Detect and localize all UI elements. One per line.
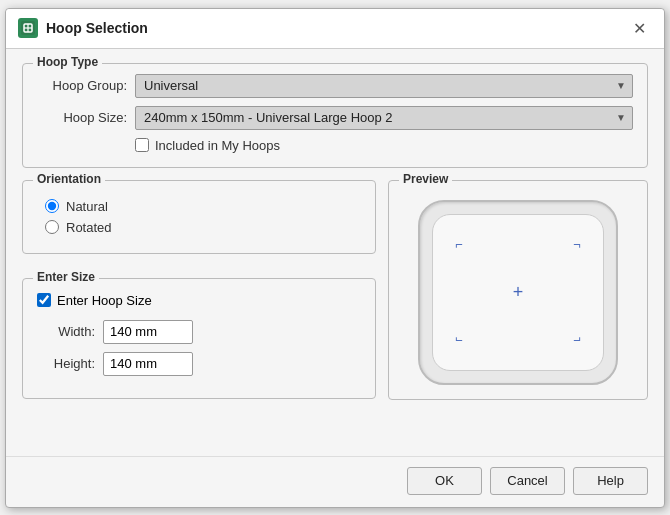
preview-box: Preview ⌐ ⌐ ⌐ ⌐ + [388, 180, 648, 400]
corner-br: ⌐ [569, 336, 581, 348]
content-row: Orientation Natural Rotated En [22, 180, 648, 400]
hoop-selection-dialog: Hoop Selection ✕ Hoop Type Hoop Group: U… [5, 8, 665, 508]
width-label: Width: [37, 324, 95, 339]
left-column: Orientation Natural Rotated En [22, 180, 376, 400]
title-bar: Hoop Selection ✕ [6, 9, 664, 49]
dialog-footer: OK Cancel Help [6, 456, 664, 507]
title-bar-left: Hoop Selection [18, 18, 148, 38]
preview-title: Preview [399, 172, 452, 186]
orientation-group: Orientation Natural Rotated [22, 180, 376, 254]
enter-size-title: Enter Size [33, 270, 99, 284]
included-checkbox[interactable] [135, 138, 149, 152]
height-row: Height: [37, 352, 361, 376]
height-input[interactable] [103, 352, 193, 376]
dialog-icon [18, 18, 38, 38]
hoop-size-row: Hoop Size: 240mm x 150mm - Universal Lar… [37, 106, 633, 130]
hoop-type-group: Hoop Type Hoop Group: Universal ▼ Hoop S… [22, 63, 648, 168]
corner-bl: ⌐ [455, 336, 467, 348]
hoop-center: + [513, 282, 524, 303]
hoop-group-arrow: ▼ [616, 80, 626, 91]
corner-tl: ⌐ [455, 237, 467, 249]
preview-canvas: ⌐ ⌐ ⌐ ⌐ + [397, 195, 639, 390]
height-label: Height: [37, 356, 95, 371]
orientation-radio-group: Natural Rotated [37, 191, 361, 239]
hoop-group-row: Hoop Group: Universal ▼ [37, 74, 633, 98]
hoop-size-combo[interactable]: 240mm x 150mm - Universal Large Hoop 2 ▼ [135, 106, 633, 130]
enter-size-group: Enter Size Enter Hoop Size Width: Height… [22, 278, 376, 399]
rotated-label: Rotated [66, 220, 112, 235]
hoop-group-combo[interactable]: Universal ▼ [135, 74, 633, 98]
hoop-preview: ⌐ ⌐ ⌐ ⌐ + [418, 200, 618, 385]
included-row: Included in My Hoops [37, 138, 633, 153]
hoop-group-label: Hoop Group: [37, 78, 127, 93]
hoop-type-title: Hoop Type [33, 55, 102, 69]
dialog-title: Hoop Selection [46, 20, 148, 36]
hoop-group-value: Universal [144, 78, 198, 93]
rotated-radio-row: Rotated [45, 220, 357, 235]
enter-hoop-size-label: Enter Hoop Size [57, 293, 152, 308]
hoop-size-arrow: ▼ [616, 112, 626, 123]
ok-button[interactable]: OK [407, 467, 482, 495]
rotated-radio[interactable] [45, 220, 59, 234]
dialog-body: Hoop Type Hoop Group: Universal ▼ Hoop S… [6, 49, 664, 456]
enter-size-checkbox-row: Enter Hoop Size [37, 293, 361, 308]
orientation-title: Orientation [33, 172, 105, 186]
hoop-size-label: Hoop Size: [37, 110, 127, 125]
natural-label: Natural [66, 199, 108, 214]
included-label: Included in My Hoops [155, 138, 280, 153]
hoop-size-value: 240mm x 150mm - Universal Large Hoop 2 [144, 110, 393, 125]
width-input[interactable] [103, 320, 193, 344]
help-button[interactable]: Help [573, 467, 648, 495]
hoop-inner: ⌐ ⌐ ⌐ ⌐ + [432, 214, 604, 371]
close-button[interactable]: ✕ [627, 17, 652, 40]
enter-hoop-size-checkbox[interactable] [37, 293, 51, 307]
width-row: Width: [37, 320, 361, 344]
cancel-button[interactable]: Cancel [490, 467, 565, 495]
right-column: Preview ⌐ ⌐ ⌐ ⌐ + [388, 180, 648, 400]
natural-radio-row: Natural [45, 199, 357, 214]
corner-tr: ⌐ [569, 237, 581, 249]
natural-radio[interactable] [45, 199, 59, 213]
